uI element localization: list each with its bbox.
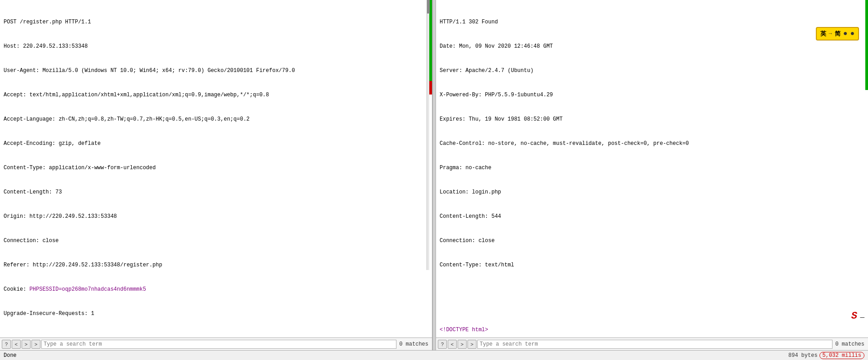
request-line: POST /register.php HTTP/1.1: [4, 18, 428, 26]
right-pane: HTTP/1.1 302 Found Date: Mon, 09 Nov 202…: [436, 0, 868, 350]
resp-location: Location: login.php: [440, 188, 864, 196]
header-content-type: Content-Type: application/x-www-form-url…: [4, 164, 428, 172]
left-match-count: 0 matches: [397, 341, 430, 347]
resp-date: Date: Mon, 09 Nov 2020 12:46:48 GMT: [440, 42, 864, 50]
left-scrollbar-track[interactable]: [427, 0, 429, 270]
resp-xpowered: X-Powered-By: PHP/5.5.9-1ubuntu4.29: [440, 91, 864, 99]
status-right: 894 bytes 5,032 millis: [788, 352, 864, 359]
pane-divider[interactable]: [432, 0, 436, 350]
resp-server: Server: Apache/2.4.7 (Ubuntu): [440, 67, 864, 75]
right-prev-button[interactable]: <: [448, 340, 457, 349]
header-upgrade: Upgrade-Insecure-Requests: 1: [4, 310, 428, 318]
header-accept-enc: Accept-Encoding: gzip, deflate: [4, 140, 428, 148]
left-help-button[interactable]: ?: [2, 340, 11, 349]
right-pane-content: HTTP/1.1 302 Found Date: Mon, 09 Nov 202…: [436, 0, 868, 338]
html-doctype: <!DOCTYPE html>: [440, 326, 864, 334]
widget-arrow: →: [829, 31, 832, 37]
header-accept-lang: Accept-Language: zh-CN,zh;q=0.8,zh-TW;q=…: [4, 115, 428, 123]
resp-empty: [440, 285, 864, 293]
resp-content-length: Content-Length: 544: [440, 212, 864, 220]
resp-expires: Expires: Thu, 19 Nov 1981 08:52:00 GMT: [440, 115, 864, 123]
red-bar: [429, 81, 432, 94]
header-host: Host: 220.249.52.133:53348: [4, 42, 428, 50]
left-pane: POST /register.php HTTP/1.1 Host: 220.24…: [0, 0, 432, 350]
resp-connection: Connection: close: [440, 237, 864, 245]
left-search-bar: ? < > > 0 matches: [0, 338, 432, 350]
resp-pragma: Pragma: no-cache: [440, 164, 864, 172]
header-connection: Connection: close: [4, 237, 428, 245]
header-accept: Accept: text/html,application/xhtml+xml,…: [4, 91, 428, 99]
widget-dot1: ●: [843, 30, 848, 38]
status-bar: Done 894 bytes 5,032 millis: [0, 350, 868, 360]
left-scrollbar-thumb[interactable]: [427, 0, 430, 14]
right-pane-wrapper: HTTP/1.1 302 Found Date: Mon, 09 Nov 202…: [436, 0, 868, 338]
header-origin: Origin: http://220.249.52.133:53348: [4, 212, 428, 220]
header-cookie: Cookie: PHPSESSID=oqp268mo7nhadcas4nd6nm…: [4, 285, 428, 293]
right-green-bar: [865, 0, 868, 90]
header-content-length: Content-Length: 73: [4, 188, 428, 196]
left-pane-content: POST /register.php HTTP/1.1 Host: 220.24…: [0, 0, 432, 338]
right-search-bar: ? < > > 0 matches: [436, 338, 868, 350]
body-empty-line: [4, 334, 428, 338]
widget-dot2: ●: [850, 30, 855, 38]
left-last-button[interactable]: >: [31, 340, 40, 349]
bottom-s-icon: S: [851, 310, 857, 322]
right-pane-edge: [865, 0, 868, 338]
response-line: HTTP/1.1 302 Found: [440, 18, 864, 26]
left-next-button[interactable]: >: [22, 340, 31, 349]
left-prev-button[interactable]: <: [12, 340, 21, 349]
bottom-dash-icon: —: [860, 314, 864, 322]
status-bytes: 894 bytes: [788, 352, 818, 359]
widget-text-simplified: 简: [835, 30, 841, 38]
widget-text-chinese: 英: [820, 30, 826, 38]
status-time: 5,032 millis: [819, 352, 864, 359]
left-search-input[interactable]: [41, 340, 396, 349]
resp-content-type: Content-Type: text/html: [440, 261, 864, 269]
status-done: Done: [4, 352, 17, 359]
header-referer: Referer: http://220.249.52.133:53348/reg…: [4, 261, 428, 269]
right-last-button[interactable]: >: [467, 340, 476, 349]
right-match-count: 0 matches: [833, 341, 866, 347]
left-pane-edge-bars: [429, 0, 432, 350]
right-next-button[interactable]: >: [458, 340, 467, 349]
main-area: POST /register.php HTTP/1.1 Host: 220.24…: [0, 0, 868, 350]
translation-widget[interactable]: 英 → 简 ● ●: [816, 27, 859, 40]
header-useragent: User-Agent: Mozilla/5.0 (Windows NT 10.0…: [4, 67, 428, 75]
right-help-button[interactable]: ?: [438, 340, 447, 349]
right-search-input[interactable]: [477, 340, 832, 349]
resp-cache: Cache-Control: no-store, no-cache, must-…: [440, 140, 864, 148]
